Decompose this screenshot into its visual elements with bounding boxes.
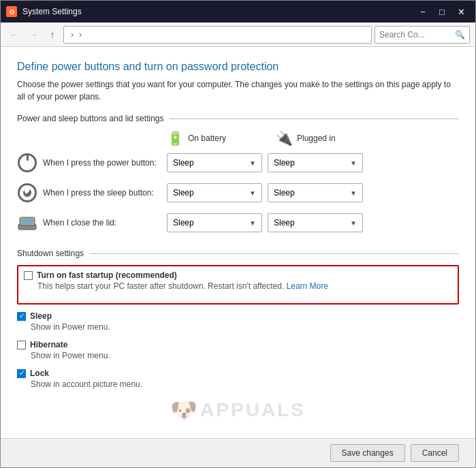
power-button-row: When I press the power button: Sleep ▼ S… [17,151,459,175]
close-button[interactable]: ✕ [452,5,470,18]
title-bar: ⚙ System Settings − □ ✕ [1,1,475,22]
lock-checkbox-row: Lock [17,369,459,378]
svg-rect-2 [21,219,33,224]
chevron-down-icon: ▼ [350,159,357,167]
sleep-label: Sleep [30,311,52,321]
shutdown-section-header: Shutdown settings [17,249,459,258]
lock-item: Lock Show in account picture menu. [17,369,459,389]
breadcrumb-sep-2: › [79,30,82,40]
app-icon: ⚙ [6,6,17,17]
hibernate-item: Hibernate Show in Power menu. [17,340,459,360]
sleep-on-battery-dropdown[interactable]: Sleep ▼ [167,183,262,202]
minimize-button[interactable]: − [414,5,432,18]
maximize-button[interactable]: □ [433,5,451,18]
fast-startup-box: Turn on fast startup (recommended) This … [17,265,459,305]
sleep-button-label: When I press the sleep button: [17,183,167,203]
chevron-down-icon: ▼ [249,189,256,197]
lid-plugged-dropdown[interactable]: Sleep ▼ [268,213,363,232]
battery-icon: 🔋 [167,130,184,146]
window-controls: − □ ✕ [414,5,470,18]
page-description: Choose the power settings that you want … [17,78,459,103]
power-section-header: Power and sleep buttons and lid settings [17,114,459,123]
fast-startup-desc: This helps start your PC faster after sh… [37,281,452,291]
sleep-plugged-dropdown[interactable]: Sleep ▼ [268,183,363,202]
lid-label: When I close the lid: [17,213,167,233]
power-button-label: When I press the power button: [17,153,167,173]
power-on-battery-dropdown[interactable]: Sleep ▼ [167,153,262,172]
fast-startup-row: Turn on fast startup (recommended) [24,270,452,280]
learn-more-link[interactable]: Learn More [287,281,328,291]
power-button-icon [17,153,37,173]
up-button[interactable]: ↑ [44,27,61,43]
search-box[interactable]: 🔍 [375,26,470,44]
cancel-button[interactable]: Cancel [411,444,459,462]
search-icon: 🔍 [455,30,465,40]
fast-startup-item: Turn on fast startup (recommended) This … [24,270,452,291]
footer: Save changes Cancel [1,438,475,467]
page-title: Define power buttons and turn on passwor… [17,61,459,73]
lock-label: Lock [30,369,49,378]
main-content: Define power buttons and turn on passwor… [1,47,475,438]
appuals-text: APPUALS [200,399,306,421]
lid-on-battery-dropdown[interactable]: Sleep ▼ [167,213,262,232]
fast-startup-label: Turn on fast startup (recommended) [37,270,177,280]
address-bar: ← → ↑ › › 🔍 [1,22,475,47]
sleep-item: Sleep Show in Power menu. [17,311,459,332]
hibernate-checkbox-row: Hibernate [17,340,459,349]
sleep-checkbox[interactable] [17,312,26,321]
lock-desc: Show in account picture menu. [31,379,459,389]
lid-row: When I close the lid: Sleep ▼ Sleep ▼ [17,210,459,235]
on-battery-header: 🔋 On battery [167,130,276,146]
lid-icon [17,213,37,233]
main-window: ⚙ System Settings − □ ✕ ← → ↑ › › 🔍 Defi… [0,0,476,468]
settings-table: When I press the power button: Sleep ▼ S… [17,151,459,235]
hibernate-label: Hibernate [30,340,67,349]
shutdown-settings: Turn on fast startup (recommended) This … [17,265,459,389]
window-title: System Settings [22,7,414,16]
search-input[interactable] [379,30,452,40]
sleep-checkbox-row: Sleep [17,311,459,321]
sleep-button-row: When I press the sleep button: Sleep ▼ S… [17,181,459,205]
column-headers: 🔋 On battery 🔌 Plugged in [167,130,459,146]
plug-icon: 🔌 [276,130,293,146]
save-button[interactable]: Save changes [330,444,405,462]
power-plugged-dropdown[interactable]: Sleep ▼ [268,153,363,172]
back-button[interactable]: ← [6,27,22,43]
forward-button[interactable]: → [25,27,42,43]
breadcrumb: › › [63,26,372,44]
hibernate-checkbox[interactable] [17,341,26,349]
hibernate-desc: Show in Power menu. [31,351,459,360]
lock-checkbox[interactable] [17,369,26,378]
power-icon [18,153,37,172]
plugged-in-header: 🔌 Plugged in [276,130,385,146]
chevron-down-icon: ▼ [249,219,256,227]
appuals-logo: 🐶 APPUALS [17,397,459,423]
chevron-down-icon: ▼ [249,159,256,167]
breadcrumb-sep-1: › [71,30,74,40]
sleep-desc: Show in Power menu. [31,322,459,332]
sleep-icon [18,183,37,202]
chevron-down-icon: ▼ [350,219,357,227]
chevron-down-icon: ▼ [350,189,357,197]
appuals-icon: 🐶 [170,397,197,423]
sleep-button-icon [17,183,37,203]
fast-startup-checkbox[interactable] [24,271,33,280]
